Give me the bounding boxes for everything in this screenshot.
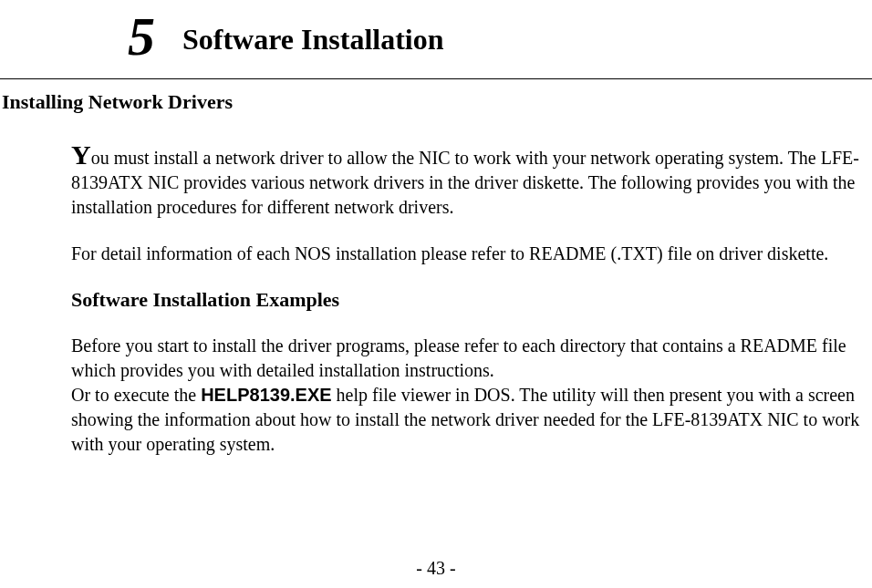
chapter-number: 5 <box>128 9 155 64</box>
content-area: You must install a network driver to all… <box>0 141 872 457</box>
intro-paragraph: You must install a network driver to all… <box>71 141 870 220</box>
instructions-paragraph-1: Before you start to install the driver p… <box>71 334 870 383</box>
divider-line <box>0 78 872 79</box>
instructions-paragraph-2: Or to execute the HELP8139.EXE help file… <box>71 383 870 457</box>
chapter-header: 5 Software Installation <box>0 0 872 71</box>
subheading: Software Installation Examples <box>71 288 870 312</box>
help-exe-name: HELP8139.EXE <box>201 385 331 405</box>
chapter-title: Software Installation <box>182 23 444 64</box>
intro-text: ou must install a network driver to allo… <box>71 148 859 217</box>
section-heading: Installing Network Drivers <box>0 90 872 141</box>
p4-pre: Or to execute the <box>71 385 201 405</box>
page-number: - 43 - <box>0 558 872 579</box>
dropcap: Y <box>71 139 91 170</box>
readme-paragraph: For detail information of each NOS insta… <box>71 242 870 266</box>
